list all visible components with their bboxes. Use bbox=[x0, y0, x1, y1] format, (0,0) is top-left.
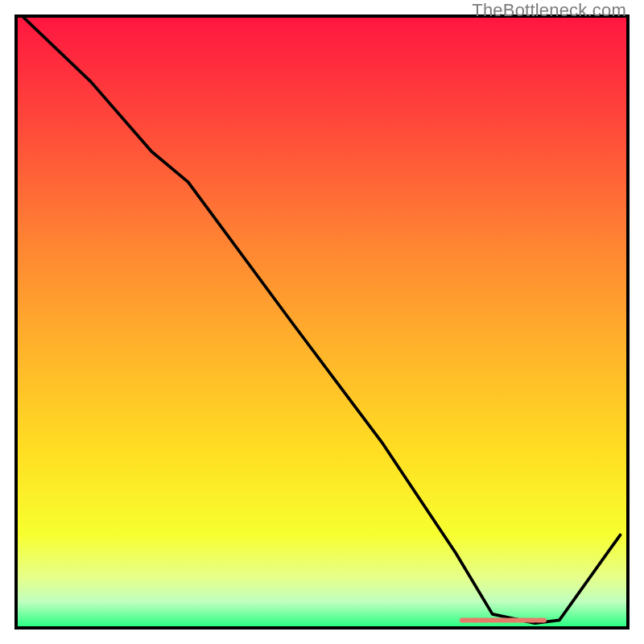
canvas: TheBottleneck.com bbox=[0, 0, 644, 644]
watermark-text: TheBottleneck.com bbox=[472, 0, 626, 21]
svg-rect-2 bbox=[16, 16, 628, 628]
plot-frame bbox=[14, 14, 630, 630]
